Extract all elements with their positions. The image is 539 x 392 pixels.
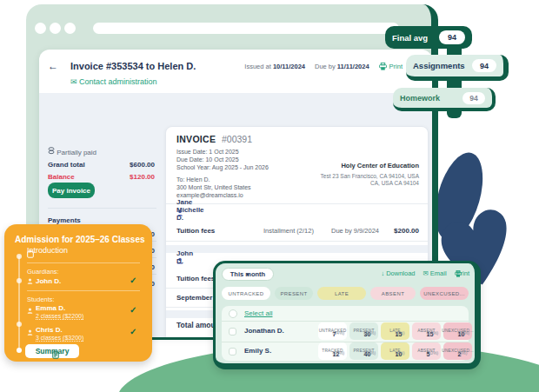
badge-homework[interactable]: Homework 94 <box>393 88 496 111</box>
badge-label: Assignments <box>413 61 465 70</box>
chip-unexcused: UNEXCUSED... 10 (24%) <box>443 322 472 340</box>
window-control-dot <box>35 23 46 34</box>
students-label: Students: <box>27 296 55 303</box>
summary-button[interactable]: Summary <box>25 344 79 358</box>
chip-unexcused: UNEXCUSED... 2 (5%) <box>443 342 472 360</box>
badge-label: Homework <box>400 94 440 103</box>
guardians-label: Guardians: <box>27 268 59 276</box>
chevron-down-icon: ▾ <box>246 271 249 277</box>
page-title: Invoice #353534 to Helen D. <box>70 61 196 71</box>
select-all-link[interactable]: Select all <box>244 309 272 317</box>
email-button[interactable]: ✉ Email <box>423 269 447 277</box>
chip-late: LATE 15 (6%) <box>381 322 409 340</box>
screenshot-root: ← Invoice #353534 to Helen D. ✉ Contact … <box>0 0 539 392</box>
organization-name: Holy Center of Education <box>341 162 419 169</box>
admission-title: Admission for 2025–26 Classes <box>15 235 145 244</box>
line-item: Tuition fees <box>176 227 215 235</box>
attendance-card: This month ▾ ↓ Download ✉ Email Print UN… <box>213 261 481 369</box>
divider <box>48 208 156 209</box>
school-year: School Year: Aug 2025 - Jun 2026 <box>176 164 269 170</box>
payments-title: Payments <box>48 216 155 224</box>
student-name: Chris D. <box>36 326 63 334</box>
line-due: Due by 9/9/2024 <box>331 227 379 235</box>
due-by: Due by 11/11/2024 <box>315 63 369 70</box>
check-icon: ✓ <box>130 276 136 285</box>
filter-absent[interactable]: ABSENT <box>370 287 416 300</box>
coins-icon <box>48 147 55 155</box>
badge-label: Final avg <box>392 33 428 43</box>
badge-value: 94 <box>462 92 485 104</box>
issue-date: Issue Date: 1 Oct 2025 <box>176 149 239 155</box>
back-arrow-icon[interactable]: ← <box>48 60 58 72</box>
chip-untracked: UNTRACKED 7 (24%) <box>318 322 347 340</box>
issued-at: Issued at 10/11/2024 <box>244 63 305 70</box>
invoice-number: #00391 <box>222 134 252 144</box>
contact-administration-link[interactable]: ✉ Contact administration <box>70 77 157 86</box>
row-checkbox[interactable] <box>229 348 236 355</box>
line-plan: Installment (2/12) <box>263 227 314 235</box>
timeline-dot <box>17 254 22 259</box>
attendance-chips: TRACKED 12 (30%) PRESENT 40 (20%) LATE 1… <box>318 342 472 360</box>
organization-address: Test 23 San Francisco, CA 94104, USA <box>321 173 419 179</box>
student-name: Emily S. <box>244 347 271 355</box>
timeline <box>18 256 20 351</box>
badge-final-avg[interactable]: Final avg 94 <box>385 26 472 49</box>
divider <box>27 262 140 263</box>
print-button[interactable]: Print <box>379 63 403 70</box>
print-button[interactable]: Print <box>455 269 469 277</box>
select-all-checkbox[interactable] <box>229 309 237 318</box>
filter-present[interactable]: PRESENT <box>275 287 313 300</box>
divider <box>166 241 428 242</box>
download-icon: ↓ <box>381 269 384 277</box>
row-checkbox[interactable] <box>229 328 236 336</box>
invoice-doc-title: INVOICE <box>176 134 216 144</box>
filter-untracked[interactable]: UNTRACKED <box>222 287 270 300</box>
payment-status: Partially paid <box>48 147 155 156</box>
chip-tracked: TRACKED 12 (30%) <box>318 342 347 360</box>
bill-to-address: 300 Mont Str, United States <box>176 184 251 190</box>
address-bar[interactable] <box>93 23 399 34</box>
grand-total-row: Grand total$600.00 <box>48 161 155 169</box>
badge-value: 94 <box>439 30 465 44</box>
window-control-dot <box>50 23 61 34</box>
chip-late: LATE 10 (4%) <box>381 342 409 360</box>
timeline-dot <box>17 278 22 283</box>
guardian-name: John D. <box>36 277 61 285</box>
chip-present: PRESENT 30 (15%) <box>349 322 378 340</box>
chip-absent: ABSENT 5 (10%) <box>412 342 441 360</box>
line-amount: $200.00 <box>394 227 419 235</box>
section-gap <box>166 245 428 253</box>
check-icon: ✓ <box>130 305 136 315</box>
timeline-dot <box>17 322 22 327</box>
filter-late[interactable]: LATE <box>317 287 366 300</box>
admission-card: Admission for 2025–26 Classes Introducti… <box>4 224 152 362</box>
badge-assignments[interactable]: Assignments 94 <box>406 55 509 81</box>
window-control-dot <box>64 23 76 34</box>
divider <box>166 203 428 204</box>
printer-icon <box>379 63 387 70</box>
divider <box>27 290 140 291</box>
chip-absent: ABSENT 15 (24%) <box>412 322 441 340</box>
student-name: Emma D. <box>36 304 65 312</box>
divider <box>222 321 469 322</box>
bill-to-name: To: Helen D. <box>176 176 210 183</box>
balance-row: Balance$120.00 <box>48 173 155 181</box>
student-classes: 2 classes ($2200) <box>36 313 83 320</box>
envelope-icon: ✉ <box>70 77 77 86</box>
download-button[interactable]: ↓ Download <box>381 269 415 277</box>
pay-invoice-button[interactable]: Pay invoice <box>48 183 95 198</box>
student-name: Jonathan D. <box>244 327 284 335</box>
filter-unexcused[interactable]: UNEXCUSED... <box>420 287 469 300</box>
attendance-chips: UNTRACKED 7 (24%) PRESENT 30 (15%) LATE … <box>318 322 472 340</box>
badge-value: 94 <box>472 59 496 72</box>
email-icon: ✉ <box>423 269 429 277</box>
attendance-table: Select all Jonathan D. UNTRACKED 7 (24%)… <box>222 306 469 361</box>
check-icon: ✓ <box>130 327 136 336</box>
period-selector[interactable]: This month ▾ <box>222 268 274 281</box>
chip-present: PRESENT 40 (20%) <box>349 342 378 360</box>
student-classes: 3 classes ($3200) <box>36 335 83 342</box>
organization-address: CA, USA CA 94104 <box>370 180 419 186</box>
timeline-dot <box>17 348 22 353</box>
line-item: Tuition fees <box>176 275 215 282</box>
due-date: Due Date: 10 Oct 2025 <box>176 156 239 163</box>
